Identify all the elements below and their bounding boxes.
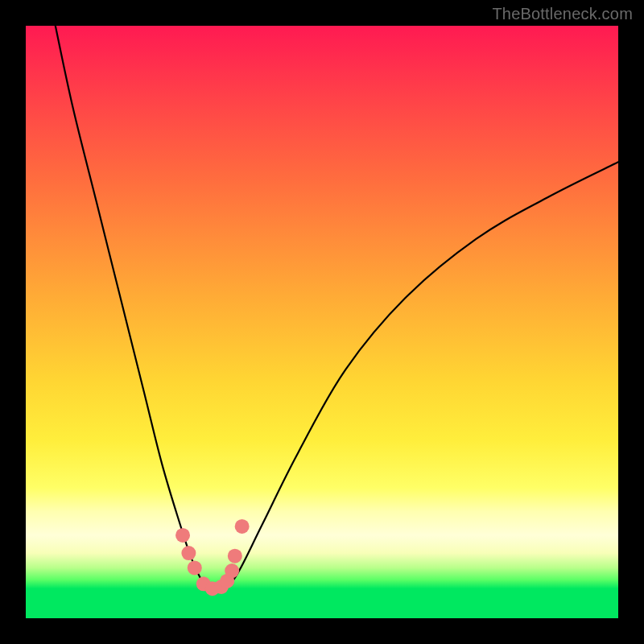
bottleneck-curve bbox=[56, 26, 618, 588]
marker-group bbox=[175, 519, 250, 596]
highlight-marker bbox=[228, 549, 242, 564]
watermark-text: TheBottleneck.com bbox=[492, 5, 633, 23]
chart-frame: TheBottleneck.com bbox=[0, 0, 644, 644]
highlight-marker bbox=[181, 546, 196, 560]
highlight-marker bbox=[225, 564, 239, 578]
highlight-marker bbox=[188, 560, 202, 575]
plot-area bbox=[26, 26, 618, 618]
highlight-marker bbox=[235, 519, 250, 534]
highlight-marker bbox=[175, 528, 190, 543]
curve-layer bbox=[26, 26, 618, 618]
bottleneck-curve-path bbox=[56, 26, 618, 588]
